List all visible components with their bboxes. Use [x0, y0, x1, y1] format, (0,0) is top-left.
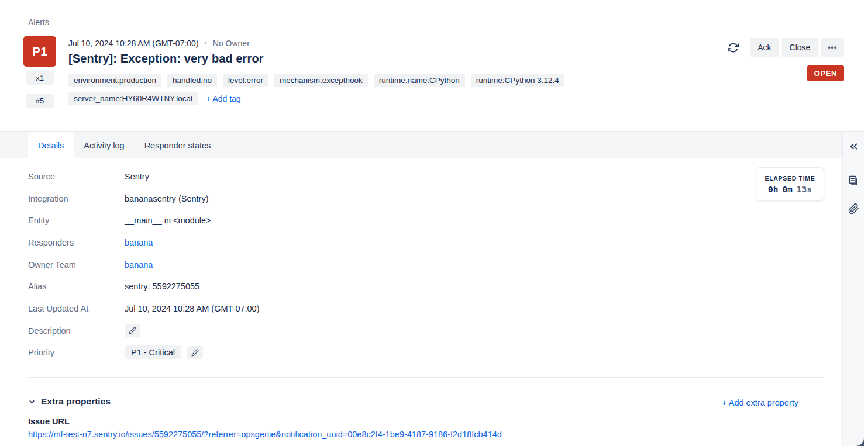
elapsed-minutes: 0m	[782, 185, 792, 194]
section-divider	[28, 377, 824, 378]
scrollbar-track[interactable]	[864, 0, 868, 446]
alert-timestamp: Jul 10, 2024 10:28 AM (GMT-07:00)	[68, 39, 199, 48]
extra-property-key: Issue URL	[28, 417, 70, 426]
tag-chip: mechanism:excepthook	[274, 74, 368, 87]
tag-chip: runtime:CPython 3.12.4	[471, 74, 564, 87]
tiny-id-badge: #5	[26, 94, 54, 108]
field-value: Jul 10, 2024 10:28 AM (GMT-07:00)	[125, 304, 260, 313]
tag-chip: runtime.name:CPython	[374, 74, 465, 87]
extra-properties-header[interactable]: Extra properties	[28, 396, 111, 407]
dot-separator-icon: •	[205, 39, 207, 47]
pencil-icon	[191, 349, 199, 357]
collapse-panel-icon[interactable]	[847, 140, 860, 153]
owner-team-link[interactable]: banana	[125, 260, 153, 269]
alert-header: Alerts P1 x1 #5 Jul 10, 2024 10:28 AM (G…	[0, 0, 868, 132]
field-label: Entity	[28, 216, 125, 225]
elapsed-time-label: ELAPSED TIME	[765, 175, 815, 182]
field-label: Priority	[28, 348, 125, 357]
chevron-down-icon	[28, 398, 36, 406]
field-row-integration: Integration bananasentry (Sentry)	[28, 188, 671, 210]
elapsed-time-card: ELAPSED TIME 0h 0m 13s	[756, 167, 824, 201]
right-sidebar	[842, 132, 864, 446]
alert-details-page: Alerts P1 x1 #5 Jul 10, 2024 10:28 AM (G…	[0, 0, 868, 446]
elapsed-time-value: 0h 0m 13s	[768, 185, 812, 194]
edit-description-button[interactable]	[125, 324, 140, 337]
issue-url-link[interactable]: https://mf-test-n7.sentry.io/issues/5592…	[28, 430, 502, 439]
header-actions: Ack Close •••	[728, 38, 844, 57]
field-row-owner-team: Owner Team banana	[28, 254, 671, 276]
field-value: __main__ in <module>	[125, 216, 211, 225]
field-value: bananasentry (Sentry)	[125, 194, 208, 203]
tag-chip: handled:no	[167, 74, 217, 87]
tab-responder-states[interactable]: Responder states	[135, 132, 221, 158]
more-actions-button[interactable]: •••	[821, 38, 844, 57]
field-label: Responders	[28, 238, 125, 247]
tag-chip: server_name:HY60R4WTNY.local	[68, 92, 198, 105]
field-label: Integration	[28, 194, 125, 203]
field-value: sentry: 5592275055	[125, 282, 199, 291]
priority-value-chip: P1 - Critical	[125, 345, 181, 359]
tab-details[interactable]: Details	[28, 132, 74, 158]
status-badge: OPEN	[807, 65, 844, 81]
field-row-responders: Responders banana	[28, 231, 671, 254]
notes-icon[interactable]	[847, 174, 860, 187]
tab-bar: Details Activity log Responder states	[0, 132, 842, 158]
count-badge: x1	[26, 71, 54, 85]
tag-list: environment:production handled:no level:…	[68, 74, 659, 105]
attachment-icon[interactable]	[847, 202, 860, 215]
ack-button[interactable]: Ack	[750, 38, 779, 57]
field-label: Description	[28, 326, 125, 336]
add-tag-button[interactable]: + Add tag	[206, 94, 241, 103]
details-field-list: Source Sentry Integration bananasentry (…	[28, 165, 671, 364]
details-panel: Source Sentry Integration bananasentry (…	[0, 158, 842, 446]
field-label: Last Updated At	[28, 304, 125, 313]
tag-chip: level:error	[223, 74, 268, 87]
field-row-last-updated: Last Updated At Jul 10, 2024 10:28 AM (G…	[28, 298, 671, 320]
responders-link[interactable]: banana	[125, 238, 153, 247]
priority-badge: P1	[23, 36, 56, 67]
field-row-entity: Entity __main__ in <module>	[28, 209, 671, 231]
field-row-source: Source Sentry	[28, 165, 671, 188]
refresh-icon[interactable]	[728, 42, 739, 53]
elapsed-seconds: 13s	[797, 185, 812, 194]
field-label: Source	[28, 172, 125, 181]
elapsed-hours: 0h	[768, 185, 778, 194]
edit-priority-button[interactable]	[187, 346, 203, 359]
priority-column: P1 x1 #5	[23, 36, 56, 108]
owner-label: No Owner	[213, 39, 250, 48]
field-label: Alias	[28, 282, 125, 291]
header-main: Jul 10, 2024 10:28 AM (GMT-07:00) • No O…	[68, 39, 659, 105]
pencil-icon	[129, 327, 136, 334]
tag-chip: environment:production	[68, 74, 161, 87]
field-row-alias: Alias sentry: 5592275055	[28, 275, 671, 298]
extra-properties-title: Extra properties	[41, 396, 111, 407]
field-label: Owner Team	[28, 260, 125, 269]
field-value: Sentry	[125, 172, 149, 181]
field-row-priority: Priority P1 - Critical	[28, 342, 671, 364]
tab-activity-log[interactable]: Activity log	[74, 132, 134, 158]
add-extra-property-button[interactable]: + Add extra property	[722, 398, 798, 407]
breadcrumb-alerts[interactable]: Alerts	[28, 18, 49, 27]
close-button[interactable]: Close	[782, 38, 818, 57]
field-row-description: Description	[28, 320, 671, 342]
alert-title: [Sentry]: Exception: very bad error	[68, 52, 659, 65]
